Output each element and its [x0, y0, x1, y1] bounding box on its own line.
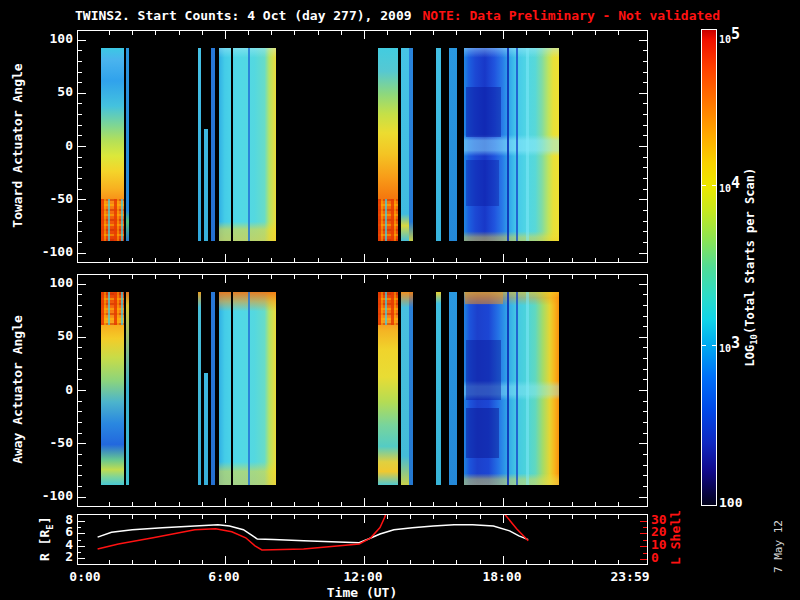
axis-tick [643, 433, 647, 434]
spectrogram-segment [449, 292, 457, 485]
axis-tick [78, 369, 82, 370]
axis-tick [639, 93, 647, 94]
axis-tick [78, 337, 86, 338]
spectrogram-segment [436, 48, 441, 241]
axis-tick [364, 31, 365, 39]
axis-tick [132, 31, 133, 35]
spectrogram-segment [464, 48, 559, 241]
axis-tick [572, 502, 573, 506]
axis-tick [618, 275, 619, 279]
colorbar-tick [712, 185, 716, 186]
axis-tick [643, 167, 647, 168]
spectrogram-segment [378, 292, 399, 485]
axis-tick [248, 258, 249, 262]
r-tick-label: 2 [0, 549, 73, 565]
axis-tick [503, 254, 504, 262]
colorbar-axis-label: LOG10(Total Starts per Scan) [743, 157, 759, 377]
axis-tick [643, 369, 647, 370]
x-tick-label: 0:00 [50, 569, 120, 584]
axis-tick [341, 258, 342, 262]
axis-tick [155, 502, 156, 506]
axis-tick [643, 326, 647, 327]
axis-tick [643, 422, 647, 423]
r-re-curve [98, 525, 529, 543]
spectrogram-stripe [465, 292, 503, 304]
axis-tick [318, 31, 319, 35]
colorbar [701, 29, 717, 506]
axis-tick [572, 275, 573, 279]
axis-tick [643, 114, 647, 115]
axis-tick [456, 31, 457, 35]
y-tick-label: -50 [0, 191, 73, 207]
spectrogram-stripe [248, 292, 250, 485]
spectrogram-stripe [248, 48, 250, 241]
axis-tick [643, 157, 647, 158]
axis-tick [341, 275, 342, 279]
colorbar-tick [712, 345, 716, 346]
axis-tick [248, 275, 249, 279]
orbit-curves [78, 515, 647, 564]
axis-tick [639, 337, 647, 338]
spectrogram-stripe [466, 87, 501, 137]
colorbar-tick-label: 105 [719, 25, 740, 47]
axis-tick [78, 103, 82, 104]
axis-tick [643, 305, 647, 306]
axis-tick [78, 497, 86, 498]
axis-tick [643, 50, 647, 51]
spectrogram-stripe [526, 48, 528, 241]
axis-tick [480, 275, 481, 279]
x-tick-label: 23:59 [595, 569, 665, 584]
axis-tick [643, 221, 647, 222]
axis-tick [78, 305, 82, 306]
axis-tick [225, 498, 226, 506]
spectrogram-segment [198, 292, 201, 485]
axis-tick [341, 502, 342, 506]
spectrogram-segment [204, 129, 208, 241]
axis-tick [364, 498, 365, 506]
axis-tick [410, 502, 411, 506]
toward-spectrogram-panel [77, 30, 648, 263]
axis-tick [433, 31, 434, 35]
axis-tick [202, 31, 203, 35]
preliminary-note: NOTE: Data Preliminary - Not validated [423, 8, 720, 23]
axis-tick [78, 125, 82, 126]
axis-tick [179, 31, 180, 35]
axis-tick [643, 379, 647, 380]
y-tick-label: 0 [0, 382, 73, 398]
y-tick-label: 50 [0, 84, 73, 100]
spectrogram-stripe [516, 48, 518, 241]
axis-tick [78, 454, 82, 455]
axis-tick [294, 258, 295, 262]
spectrogram-stripe [516, 292, 518, 485]
axis-tick [78, 253, 86, 254]
axis-tick [78, 465, 82, 466]
axis-tick [643, 475, 647, 476]
axis-tick [618, 258, 619, 262]
axis-tick [595, 502, 596, 506]
axis-tick [643, 358, 647, 359]
y-tick-label: -50 [0, 435, 73, 451]
axis-tick [78, 443, 86, 444]
spectrogram-segment [126, 48, 129, 241]
axis-tick [643, 189, 647, 190]
axis-tick [643, 125, 647, 126]
spectrogram-stripe [466, 408, 499, 458]
axis-tick [78, 486, 82, 487]
axis-tick [78, 358, 82, 359]
axis-tick [572, 31, 573, 35]
axis-tick [78, 294, 82, 295]
axis-tick [179, 275, 180, 279]
axis-tick [248, 31, 249, 35]
axis-tick [132, 502, 133, 506]
axis-tick [387, 258, 388, 262]
axis-tick [643, 486, 647, 487]
spectrogram-segment [401, 48, 409, 241]
axis-tick [433, 258, 434, 262]
axis-tick [618, 31, 619, 35]
y-tick-label: -100 [0, 244, 73, 260]
x-tick-label: 18:00 [467, 569, 537, 584]
axis-tick [318, 502, 319, 506]
axis-tick [364, 254, 365, 262]
axis-tick [78, 210, 82, 211]
axis-tick [595, 258, 596, 262]
